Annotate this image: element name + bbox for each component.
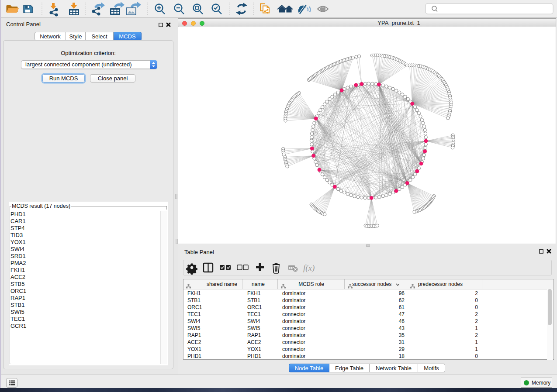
svg-text:f(x): f(x)	[303, 263, 315, 273]
